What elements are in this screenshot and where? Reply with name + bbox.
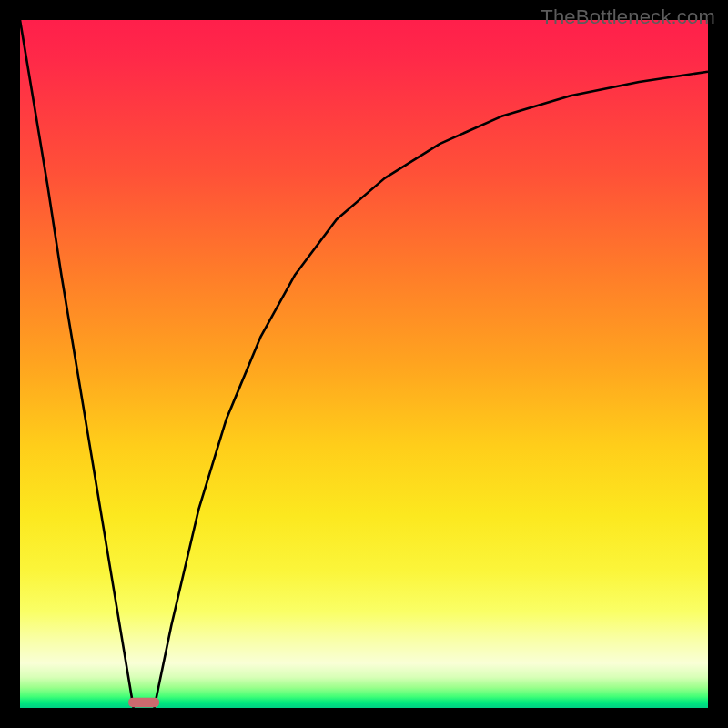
watermark-text: TheBottleneck.com <box>541 5 715 29</box>
chart-overlay-svg <box>20 20 708 708</box>
chart-frame: TheBottleneck.com <box>0 0 728 728</box>
bottleneck-marker <box>128 698 159 708</box>
right-curve <box>154 72 708 708</box>
left-curve <box>20 20 134 708</box>
plot-area <box>20 20 708 708</box>
